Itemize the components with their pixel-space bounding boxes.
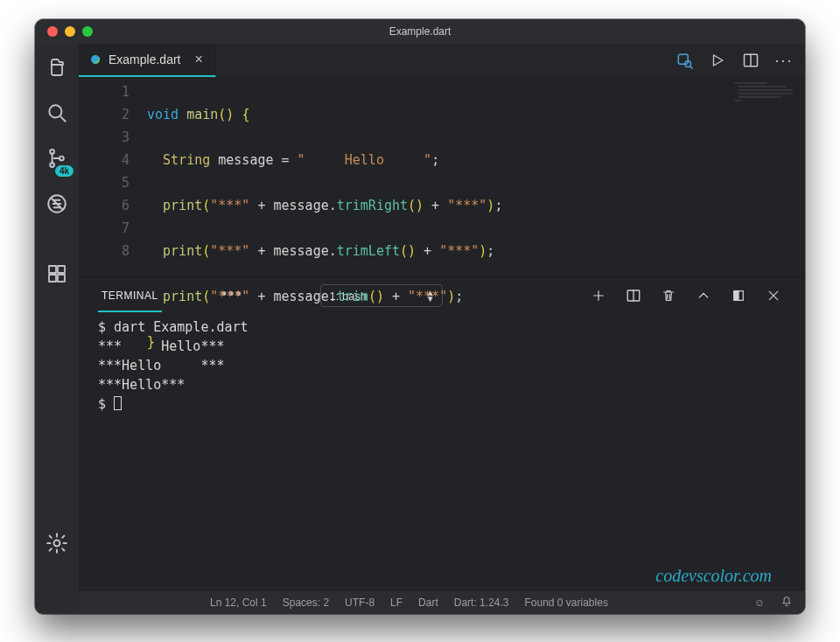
titlebar: Example.dart — [35, 19, 805, 44]
feedback-icon[interactable]: ☺ — [754, 597, 765, 609]
variables-status[interactable]: Found 0 variables — [524, 597, 607, 609]
close-tab-icon[interactable]: × — [194, 52, 202, 67]
find-references-icon[interactable] — [676, 52, 693, 69]
source-control-icon[interactable]: 4k — [46, 147, 68, 170]
status-bar: Ln 12, Col 1 Spaces: 2 UTF-8 LF Dart Dar… — [79, 591, 805, 614]
svg-rect-5 — [49, 266, 56, 273]
split-editor-icon[interactable] — [742, 52, 760, 69]
language-mode[interactable]: Dart — [418, 597, 438, 609]
eol[interactable]: LF — [390, 597, 402, 609]
cursor-position[interactable]: Ln 12, Col 1 — [210, 597, 267, 609]
tab-bar: Example.dart × ··· — [79, 44, 805, 77]
editor-actions: ··· — [676, 44, 805, 77]
dart-file-icon — [91, 55, 100, 64]
svg-rect-8 — [58, 275, 65, 282]
code-content: void main() { String message = " Hello "… — [136, 80, 805, 276]
file-tab[interactable]: Example.dart × — [79, 44, 216, 77]
explorer-icon[interactable] — [46, 56, 68, 79]
indentation[interactable]: Spaces: 2 — [283, 597, 329, 609]
terminal-cursor — [114, 396, 122, 410]
notifications-icon[interactable] — [780, 596, 793, 611]
minimap[interactable] — [732, 80, 802, 107]
settings-icon[interactable] — [46, 532, 68, 555]
extensions-icon[interactable] — [46, 262, 68, 285]
more-actions-icon[interactable]: ··· — [775, 52, 793, 69]
svg-rect-6 — [58, 266, 65, 273]
svg-point-0 — [49, 105, 61, 117]
search-icon[interactable] — [46, 101, 68, 124]
svg-rect-7 — [49, 275, 56, 282]
source-control-badge: 4k — [55, 165, 74, 177]
svg-rect-10 — [678, 54, 688, 64]
watermark: codevscolor.com — [655, 566, 772, 586]
encoding[interactable]: UTF-8 — [345, 597, 374, 609]
svg-point-9 — [54, 541, 60, 547]
file-tab-label: Example.dart — [108, 52, 180, 66]
sdk-version[interactable]: Dart: 1.24.3 — [454, 597, 509, 609]
line-gutter: 12345678 — [105, 80, 136, 276]
window-title: Example.dart — [35, 25, 805, 38]
debug-disabled-icon[interactable] — [46, 192, 68, 215]
activity-bar: 4k — [35, 44, 79, 614]
run-icon[interactable] — [709, 52, 726, 69]
code-editor[interactable]: 12345678 void main() { String message = … — [79, 77, 805, 276]
editor-window: Example.dart 4k — [35, 19, 805, 614]
